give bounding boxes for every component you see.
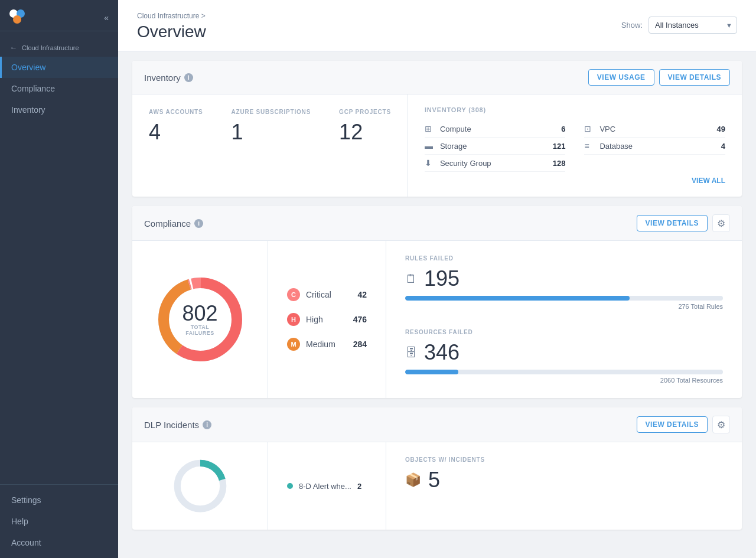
compliance-donut: 802 TOTAL FAILURES (153, 272, 247, 367)
dlp-card-actions: VIEW DETAILS ⚙ (637, 416, 730, 433)
dlp-dot (287, 483, 293, 489)
dlp-donut-chart (159, 456, 242, 515)
severity-badge: C (287, 288, 300, 301)
sidebar-item-overview[interactable]: Overview (0, 57, 118, 78)
rules-failed-title: RULES FAILED (405, 255, 723, 262)
show-select[interactable]: All InstancesProductionStaging (649, 17, 737, 34)
inventory-title: Inventory i (144, 73, 193, 83)
compliance-body: 802 TOTAL FAILURES C Critical 42H High 4… (132, 241, 742, 398)
severity-item: H High 476 (287, 313, 367, 326)
sidebar-bottom-item-settings[interactable]: Settings (0, 490, 118, 511)
severity-count: 42 (357, 290, 367, 299)
view-usage-button[interactable]: VIEW USAGE (588, 69, 654, 86)
compliance-settings-button[interactable]: ⚙ (712, 214, 730, 232)
severity-name: Critical (306, 290, 351, 299)
dlp-title: DLP Incidents i (144, 420, 211, 430)
dlp-name: 8-D Alert whe... (299, 482, 351, 491)
resource-row: ▬ Storage 121 (425, 138, 566, 155)
resources-total-label: 2060 Total Resources (405, 377, 723, 384)
compliance-card: Compliance i VIEW DETAILS ⚙ (132, 206, 742, 398)
resources-right-col: ⊡ VPC 49≡ Database 4 (565, 120, 725, 172)
compliance-donut-section: 802 TOTAL FAILURES (132, 241, 268, 398)
azure-subscriptions-stat: AZURE SUBSCRIPTIONS 1 (231, 109, 311, 182)
sidebar-back-link[interactable]: ← Cloud Infrastructure (0, 31, 118, 57)
resource-icon: ≡ (584, 141, 595, 151)
resource-count: 6 (561, 125, 565, 133)
dlp-donut-section (132, 442, 268, 530)
severity-section: C Critical 42H High 476M Medium 284 (268, 241, 386, 398)
severity-name: Medium (306, 340, 347, 349)
rules-section: RULES FAILED 🗒 195 276 Total Rules RESOU… (386, 241, 742, 398)
aws-accounts-stat: AWS ACCOUNTS 4 (149, 109, 203, 182)
page-header-left: Cloud Infrastructure > Overview (137, 12, 206, 41)
donut-number: 802 (177, 303, 224, 324)
resources-failed-number: 346 (424, 340, 460, 365)
inventory-view-details-button[interactable]: VIEW DETAILS (659, 69, 730, 86)
resource-row: ⊞ Compute 6 (425, 120, 566, 138)
resource-name: Database (599, 142, 721, 151)
azure-label: AZURE SUBSCRIPTIONS (231, 109, 311, 115)
collapse-button[interactable]: « (104, 13, 109, 22)
resources-failed-title: RESOURCES FAILED (405, 329, 723, 335)
sidebar-item-inventory[interactable]: Inventory (0, 99, 118, 120)
resources-title: INVENTORY (308) (425, 106, 725, 113)
dlp-settings-button[interactable]: ⚙ (712, 416, 730, 433)
compliance-title-text: Compliance (144, 218, 191, 229)
dlp-title-text: DLP Incidents (144, 420, 199, 430)
compliance-card-actions: VIEW DETAILS ⚙ (637, 214, 730, 232)
resources-failed-block: RESOURCES FAILED 🗄 346 2060 Total Resour… (405, 329, 723, 384)
sidebar-bottom-item-help[interactable]: Help (0, 511, 118, 532)
severity-badge: M (287, 338, 300, 351)
dlp-info-icon[interactable]: i (203, 420, 211, 429)
show-control: Show: All InstancesProductionStaging ▼ (621, 17, 737, 34)
inventory-body: AWS ACCOUNTS 4 AZURE SUBSCRIPTIONS 1 GCP… (132, 94, 742, 197)
dlp-count: 2 (357, 482, 361, 491)
rules-total-label: 276 Total Rules (405, 303, 723, 310)
resource-icon: ⊡ (584, 124, 595, 133)
page-header: Cloud Infrastructure > Overview Show: Al… (118, 0, 756, 51)
resources-icon: 🗄 (405, 346, 417, 360)
severity-item: C Critical 42 (287, 288, 367, 301)
logo-icon (9, 9, 31, 26)
sidebar-bottom-item-account[interactable]: Account (0, 532, 118, 553)
dlp-gear-icon: ⚙ (717, 419, 725, 430)
main-content: Cloud Infrastructure > Overview Show: Al… (118, 0, 756, 558)
gcp-value: 12 (339, 120, 391, 145)
resource-name: Storage (440, 142, 553, 151)
gcp-projects-stat: GCP PROJECTS 12 (339, 109, 391, 182)
view-all-link[interactable]: VIEW ALL (425, 177, 725, 185)
inventory-card-header: Inventory i VIEW USAGE VIEW DETAILS (132, 61, 742, 94)
resource-count: 128 (553, 159, 566, 168)
dlp-view-details-button[interactable]: VIEW DETAILS (637, 416, 708, 433)
donut-center: 802 TOTAL FAILURES (177, 303, 224, 336)
dlp-list-item: 8-D Alert whe... 2 (287, 479, 367, 493)
compliance-info-icon[interactable]: i (194, 219, 203, 228)
objects-title: OBJECTS W/ INCIDENTS (405, 456, 723, 463)
sidebar-item-compliance[interactable]: Compliance (0, 78, 118, 99)
compliance-title: Compliance i (144, 218, 203, 229)
sidebar: « ← Cloud Infrastructure OverviewComplia… (0, 0, 118, 558)
sidebar-section-label: Cloud Infrastructure (22, 44, 79, 51)
dlp-objects-section: OBJECTS W/ INCIDENTS 📦 5 (386, 442, 742, 530)
aws-label: AWS ACCOUNTS (149, 109, 203, 115)
inventory-card: Inventory i VIEW USAGE VIEW DETAILS AWS … (132, 61, 742, 197)
resources-left-col: ⊞ Compute 6▬ Storage 121⬇ Security Group… (425, 120, 566, 172)
logo-circle-orange (13, 15, 21, 24)
rules-failed-block: RULES FAILED 🗒 195 276 Total Rules (405, 255, 723, 310)
show-label: Show: (621, 21, 643, 30)
sidebar-bottom: SettingsHelpAccount (0, 484, 118, 558)
rules-icon: 🗒 (405, 272, 417, 286)
inventory-resources: INVENTORY (308) ⊞ Compute 6▬ Storage 121… (408, 94, 742, 197)
back-arrow-icon: ← (9, 43, 17, 52)
resource-row: ⊡ VPC 49 (584, 120, 725, 138)
inventory-info-icon[interactable]: i (184, 73, 193, 82)
logo (9, 9, 31, 26)
resource-row: ⬇ Security Group 128 (425, 155, 566, 172)
compliance-view-details-button[interactable]: VIEW DETAILS (637, 215, 708, 231)
resource-row: ≡ Database 4 (584, 138, 725, 155)
resource-name: Compute (440, 125, 561, 133)
sidebar-top: « (0, 0, 118, 31)
severity-count: 476 (353, 315, 367, 324)
breadcrumb: Cloud Infrastructure > (137, 12, 206, 20)
gcp-label: GCP PROJECTS (339, 109, 391, 115)
